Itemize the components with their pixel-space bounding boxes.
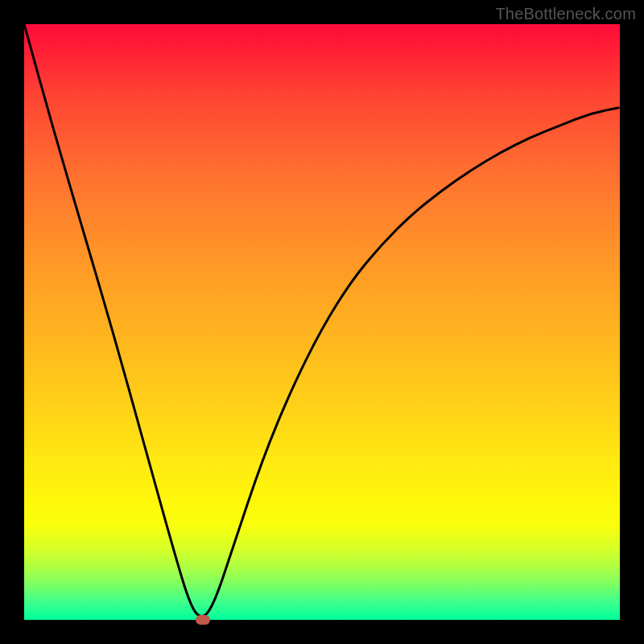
curve-layer xyxy=(24,24,620,620)
watermark-text: TheBottleneck.com xyxy=(495,5,636,23)
bottleneck-curve xyxy=(24,24,620,617)
chart-frame: TheBottleneck.com xyxy=(0,0,644,644)
optimum-marker xyxy=(196,615,210,625)
